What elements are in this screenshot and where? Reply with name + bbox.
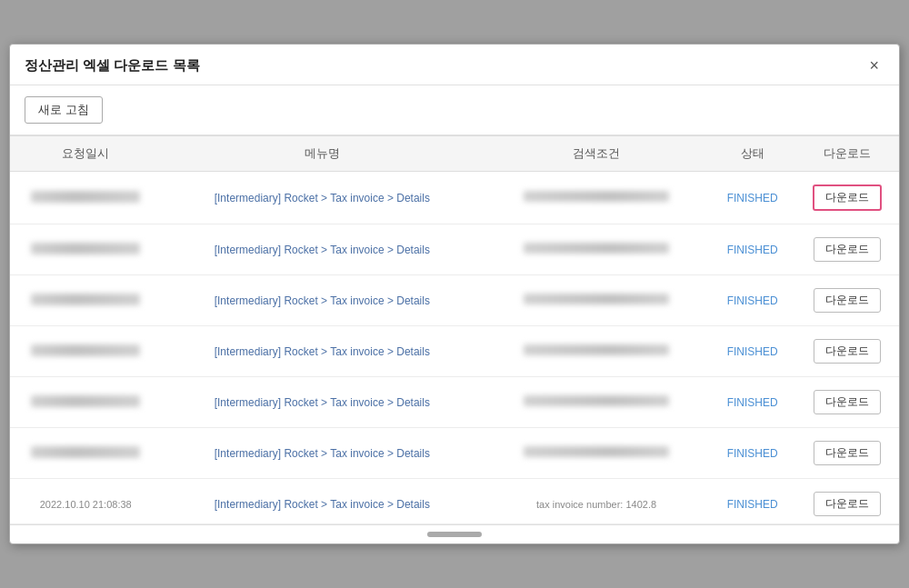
cell-status: FINISHED: [710, 224, 795, 275]
download-button[interactable]: 다운로드: [813, 184, 882, 211]
date-blurred: [31, 191, 140, 203]
close-button[interactable]: ×: [864, 55, 884, 75]
modal-dialog: 정산관리 엑셀 다운로드 목록 × 새로 고침 요청일시 메뉴명 검색조건 상태…: [9, 44, 900, 544]
menu-text: [Intermediary] Rocket > Tax invoice > De…: [215, 345, 430, 358]
cell-status: FINISHED: [710, 275, 795, 326]
modal-toolbar: 새로 고침: [10, 85, 899, 135]
cell-status: FINISHED: [710, 377, 795, 428]
menu-text: [Intermediary] Rocket > Tax invoice > De…: [215, 294, 430, 307]
menu-text: [Intermediary] Rocket > Tax invoice > De…: [215, 447, 430, 460]
header-download: 다운로드: [795, 136, 900, 172]
cell-search: [483, 275, 710, 326]
status-badge: FINISHED: [727, 447, 778, 460]
cell-download: 다운로드: [795, 275, 900, 326]
status-badge: FINISHED: [727, 396, 778, 409]
table-wrapper: 요청일시 메뉴명 검색조건 상태 다운로드 [Intermediary] Roc…: [10, 135, 899, 524]
modal-footer: [10, 524, 899, 543]
menu-text: [Intermediary] Rocket > Tax invoice > De…: [215, 244, 430, 256]
date-blurred: [31, 395, 140, 407]
cell-status: FINISHED: [710, 172, 795, 224]
table-header-row: 요청일시 메뉴명 검색조건 상태 다운로드: [10, 136, 899, 172]
menu-text: [Intermediary] Rocket > Tax invoice > De…: [215, 396, 430, 409]
cell-download: 다운로드: [795, 172, 900, 224]
cell-search: tax invoice number: 1402.8: [483, 479, 710, 524]
search-blurred: [524, 446, 669, 457]
cell-menu: [Intermediary] Rocket > Tax invoice > De…: [161, 326, 483, 377]
cell-menu: [Intermediary] Rocket > Tax invoice > De…: [161, 377, 483, 428]
cell-download: 다운로드: [795, 326, 900, 377]
cell-status: FINISHED: [710, 479, 795, 524]
download-button[interactable]: 다운로드: [814, 288, 881, 313]
cell-status: FINISHED: [710, 428, 795, 479]
cell-menu: [Intermediary] Rocket > Tax invoice > De…: [161, 479, 483, 524]
modal-overlay: 정산관리 엑셀 다운로드 목록 × 새로 고침 요청일시 메뉴명 검색조건 상태…: [0, 0, 909, 588]
modal-header: 정산관리 엑셀 다운로드 목록 ×: [10, 45, 899, 85]
status-badge: FINISHED: [727, 294, 778, 307]
search-blurred: [524, 191, 669, 202]
menu-text: [Intermediary] Rocket > Tax invoice > De…: [215, 498, 430, 511]
search-blurred: [524, 344, 669, 355]
refresh-button[interactable]: 새로 고침: [25, 96, 103, 124]
table-row: 2022.10.10 21:08:38[Intermediary] Rocket…: [10, 479, 899, 524]
search-blurred: [524, 395, 669, 406]
cell-date: [10, 224, 161, 275]
cell-search: [483, 428, 710, 479]
download-button[interactable]: 다운로드: [814, 339, 881, 364]
cell-search: [483, 377, 710, 428]
cell-search: [483, 172, 710, 224]
table-row: [Intermediary] Rocket > Tax invoice > De…: [10, 377, 899, 428]
search-blurred: [524, 243, 669, 254]
status-badge: FINISHED: [727, 345, 778, 358]
cell-download: 다운로드: [795, 479, 900, 524]
cell-date: [10, 377, 161, 428]
cell-menu: [Intermediary] Rocket > Tax invoice > De…: [161, 224, 483, 275]
search-blurred: [524, 294, 669, 304]
status-badge: FINISHED: [727, 192, 778, 204]
cell-menu: [Intermediary] Rocket > Tax invoice > De…: [161, 275, 483, 326]
date-blurred: [31, 344, 140, 356]
status-badge: FINISHED: [727, 498, 778, 511]
cell-download: 다운로드: [795, 224, 900, 275]
table-row: [Intermediary] Rocket > Tax invoice > De…: [10, 275, 899, 326]
cell-download: 다운로드: [795, 377, 900, 428]
download-button[interactable]: 다운로드: [814, 441, 881, 465]
cell-menu: [Intermediary] Rocket > Tax invoice > De…: [161, 172, 483, 224]
date-blurred: [31, 446, 140, 458]
header-search: 검색조건: [483, 136, 710, 172]
download-button[interactable]: 다운로드: [814, 237, 881, 262]
table-row: [Intermediary] Rocket > Tax invoice > De…: [10, 224, 899, 275]
date-blurred: [31, 243, 140, 254]
cell-status: FINISHED: [710, 326, 795, 377]
cell-date: [10, 428, 161, 479]
cell-date: [10, 275, 161, 326]
download-button[interactable]: 다운로드: [814, 390, 881, 414]
cell-menu: [Intermediary] Rocket > Tax invoice > De…: [161, 428, 483, 479]
horizontal-scrollbar[interactable]: [427, 532, 482, 537]
cell-search: [483, 326, 710, 377]
table-row: [Intermediary] Rocket > Tax invoice > De…: [10, 428, 899, 479]
table-row: [Intermediary] Rocket > Tax invoice > De…: [10, 326, 899, 377]
cell-date: [10, 326, 161, 377]
header-date: 요청일시: [10, 136, 161, 172]
header-menu: 메뉴명: [161, 136, 483, 172]
table-row: [Intermediary] Rocket > Tax invoice > De…: [10, 172, 899, 224]
cell-search: [483, 224, 710, 275]
modal-title: 정산관리 엑셀 다운로드 목록: [25, 57, 200, 75]
header-status: 상태: [710, 136, 795, 172]
cell-date: 2022.10.10 21:08:38: [10, 479, 161, 524]
download-button[interactable]: 다운로드: [814, 492, 881, 516]
menu-text: [Intermediary] Rocket > Tax invoice > De…: [215, 192, 430, 204]
status-badge: FINISHED: [727, 244, 778, 256]
cell-download: 다운로드: [795, 428, 900, 479]
download-table: 요청일시 메뉴명 검색조건 상태 다운로드 [Intermediary] Roc…: [10, 135, 899, 524]
cell-date: [10, 172, 161, 224]
date-blurred: [31, 294, 140, 305]
